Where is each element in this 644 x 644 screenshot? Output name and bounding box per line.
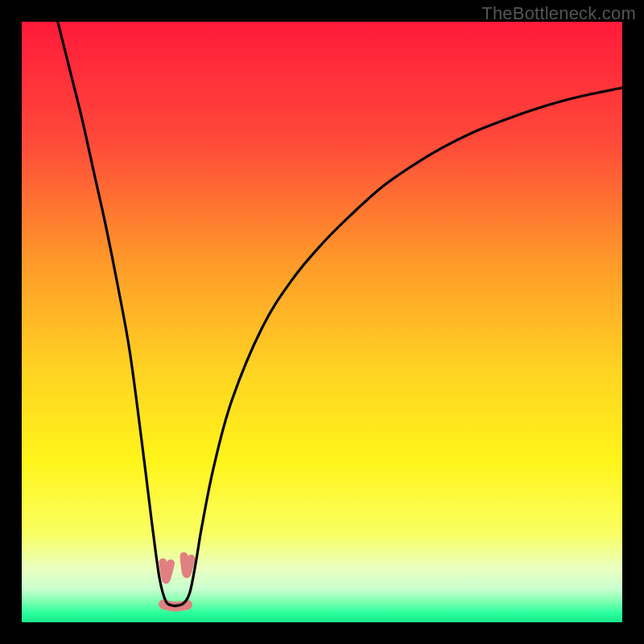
gradient-bg [22,22,622,622]
chart-plot-area [22,22,622,622]
nub-right [184,556,191,574]
watermark-label: TheBottleneck.com [481,3,636,24]
chart-frame: TheBottleneck.com [0,0,644,644]
nub-left [163,562,171,580]
chart-svg [22,22,622,622]
